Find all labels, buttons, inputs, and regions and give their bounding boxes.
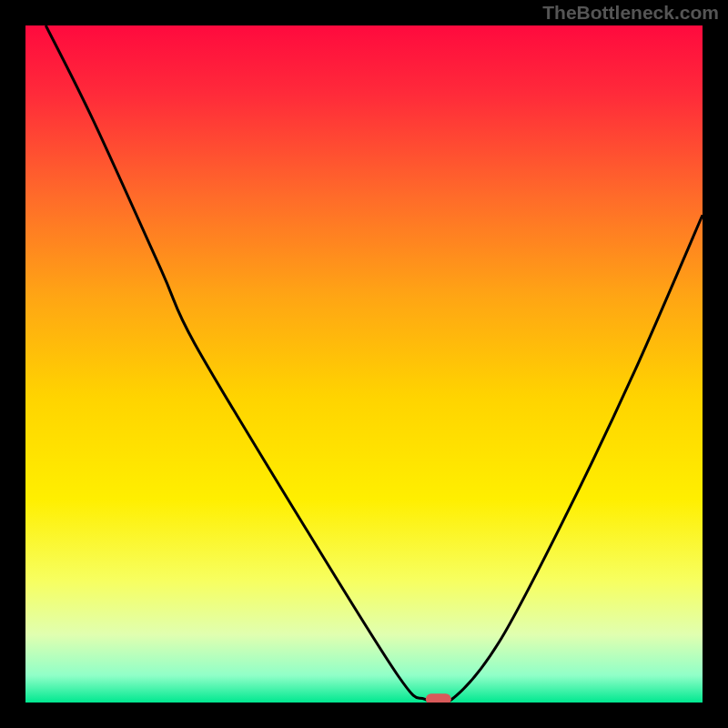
watermark-text: TheBottleneck.com xyxy=(542,2,719,24)
optimal-marker xyxy=(426,693,451,703)
chart-svg xyxy=(25,25,703,703)
chart-background xyxy=(25,25,703,703)
plot-area xyxy=(25,25,703,703)
